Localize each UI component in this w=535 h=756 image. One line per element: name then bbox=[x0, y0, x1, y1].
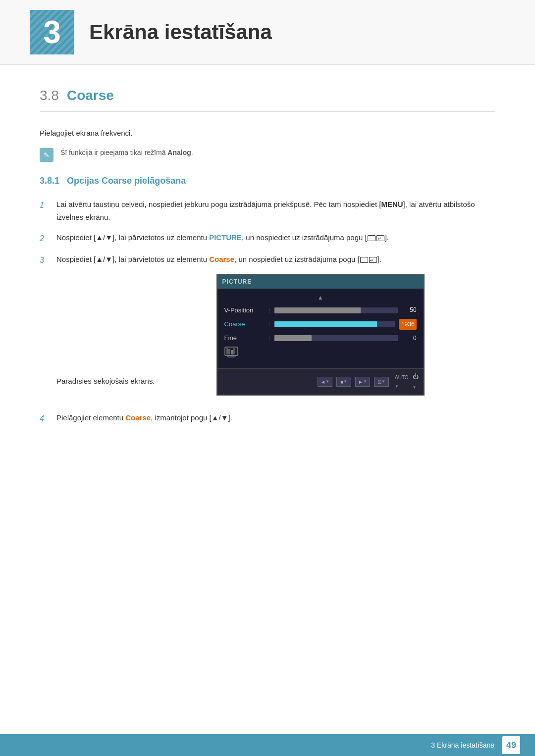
note-bold: Analog bbox=[167, 149, 191, 156]
step-number-3: 3 bbox=[40, 253, 49, 267]
screen-colon-3: : bbox=[269, 333, 271, 344]
screen-bar-fill-3 bbox=[274, 335, 312, 341]
section-title: Coarse bbox=[67, 85, 114, 107]
picture-key: PICTURE bbox=[209, 233, 242, 242]
screen-colon-2: : bbox=[269, 319, 271, 330]
main-content: 3.8 Coarse Pielāgojiet ekrāna frekvenci.… bbox=[0, 70, 535, 465]
chapter-number: 3 bbox=[43, 7, 61, 57]
step-content-4: Pielāgojiet elementu Coarse, izmantojot … bbox=[56, 411, 495, 424]
svg-rect-3 bbox=[226, 348, 228, 354]
screen-content: ▲ V-Position : 50 bbox=[217, 289, 424, 368]
screen-nav-enter: ⊡▼ bbox=[374, 377, 389, 387]
screen-colon-1: : bbox=[269, 305, 271, 316]
screen-container: PICTURE ▲ V-Position : bbox=[216, 274, 425, 396]
screen-value-vposition: 50 bbox=[402, 305, 417, 315]
screen-icon-row bbox=[224, 347, 417, 361]
step-1: 1 Lai atvērtu taustiņu ceļvedi, nospiedi… bbox=[40, 198, 495, 223]
subsection-title: Opcijas Coarse pielāgošana bbox=[67, 176, 186, 186]
step-2: 2 Nospiediet [▲/▼], lai pārvietotos uz e… bbox=[40, 231, 495, 245]
screen-nav-left: ◄▼ bbox=[318, 377, 332, 387]
subsection-number: 3.8.1 bbox=[40, 176, 59, 186]
page-header: 3 Ekrāna iestatīšana bbox=[0, 0, 535, 65]
screen-nav-auto: AUTO▼ bbox=[395, 373, 409, 390]
box-icon-2 bbox=[360, 257, 368, 263]
screen-row-vposition: V-Position : 50 bbox=[224, 305, 417, 316]
steps-list: 1 Lai atvērtu taustiņu ceļvedi, nospiedi… bbox=[40, 198, 495, 426]
note-icon bbox=[40, 148, 54, 162]
screen-bar-bg-2 bbox=[274, 321, 395, 327]
screen-bar-bg-1 bbox=[274, 307, 397, 313]
screen-bar-bg-3 bbox=[274, 335, 397, 341]
screen-label-vposition: V-Position bbox=[224, 305, 269, 316]
page-footer: 3 Ekrāna iestatīšana 49 bbox=[0, 734, 535, 756]
svg-rect-4 bbox=[228, 349, 230, 354]
screen-title: PICTURE bbox=[217, 275, 424, 289]
step-number-4: 4 bbox=[40, 412, 49, 425]
enter-icon-2 bbox=[369, 257, 377, 263]
footer-text: 3 Ekrāna iestatīšana bbox=[431, 740, 494, 751]
screen-value-coarse: 1936 bbox=[399, 319, 417, 330]
step-content-1: Lai atvērtu taustiņu ceļvedi, nospiediet… bbox=[56, 198, 495, 223]
footer-page-number: 49 bbox=[502, 736, 520, 754]
screen-row-coarse: Coarse : 1936 bbox=[224, 319, 417, 330]
screen-nav-plus: ►▼ bbox=[355, 377, 370, 387]
screen-bar-fine bbox=[274, 335, 397, 341]
menu-key: MENU bbox=[381, 200, 403, 208]
appeared-text: Parādīsies sekojošais ekrāns. bbox=[56, 377, 155, 385]
svg-rect-6 bbox=[233, 348, 235, 354]
screen-row-fine: Fine : 0 bbox=[224, 333, 417, 344]
screen-label-fine: Fine bbox=[224, 333, 269, 344]
step-content-2: Nospiediet [▲/▼], lai pārvietotos uz ele… bbox=[56, 231, 495, 244]
enter-icon bbox=[376, 235, 384, 241]
screen-nav-power: ⏻▼ bbox=[413, 372, 419, 392]
screen-bar-fill-2 bbox=[274, 321, 377, 327]
chapter-number-block: 3 bbox=[30, 10, 74, 54]
step-4: 4 Pielāgojiet elementu Coarse, izmantojo… bbox=[40, 411, 495, 425]
screen-value-fine: 0 bbox=[402, 333, 417, 343]
screen-nav-bar: ◄▼ ■▼ ►▼ ⊡▼ AUTO▼ ⏻▼ bbox=[217, 368, 424, 395]
note-box: Šī funkcija ir pieejama tikai režīmā Ana… bbox=[40, 147, 495, 162]
svg-rect-5 bbox=[231, 350, 233, 354]
screen-up-arrow: ▲ bbox=[224, 293, 417, 302]
note-text: Šī funkcija ir pieejama tikai režīmā Ana… bbox=[60, 147, 193, 158]
box-icon bbox=[368, 235, 375, 241]
subsection-heading: 3.8.1 Opcijas Coarse pielāgošana bbox=[40, 174, 495, 188]
screen-nav-minus: ■▼ bbox=[336, 377, 351, 387]
section-heading: 3.8 Coarse bbox=[40, 85, 495, 112]
screen-label-coarse: Coarse bbox=[224, 319, 269, 330]
screen-bar-fill-1 bbox=[274, 307, 361, 313]
coarse-key-step4: Coarse bbox=[125, 413, 151, 422]
step-number-1: 1 bbox=[40, 199, 49, 212]
section-description: Pielāgojiet ekrāna frekvenci. bbox=[40, 127, 495, 140]
chapter-title: Ekrāna iestatīšana bbox=[89, 15, 272, 49]
step-number-2: 2 bbox=[40, 232, 49, 245]
step-content-3: Nospiediet [▲/▼], lai pārvietotos uz ele… bbox=[56, 253, 495, 403]
screen-bar-vposition bbox=[274, 307, 397, 313]
coarse-key-step3: Coarse bbox=[209, 255, 234, 263]
screen-bar-coarse bbox=[274, 321, 395, 327]
section-number: 3.8 bbox=[40, 85, 59, 107]
monitor-icon bbox=[224, 347, 238, 361]
step-3: 3 Nospiediet [▲/▼], lai pārvietotos uz e… bbox=[40, 253, 495, 403]
screen-image: PICTURE ▲ V-Position : bbox=[216, 274, 425, 396]
